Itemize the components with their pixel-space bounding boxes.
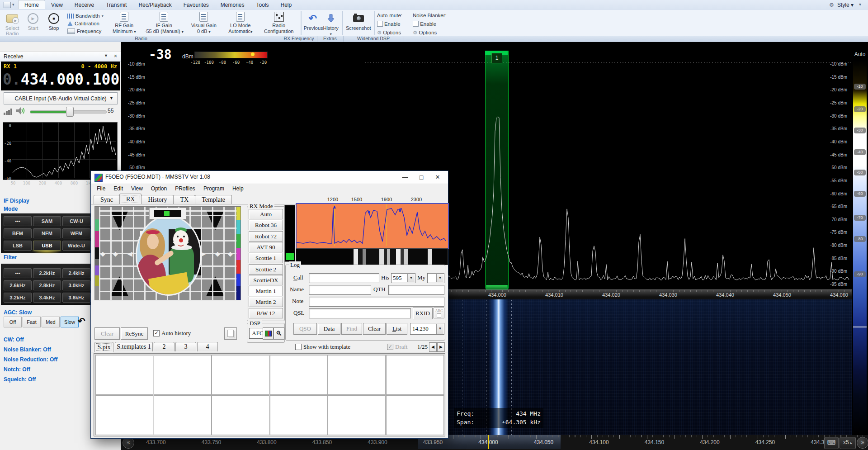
status-cw[interactable]: CW: Off: [4, 336, 24, 343]
auto-history-checkbox[interactable]: ✓: [153, 330, 160, 336]
my-combo[interactable]: ▼: [427, 273, 444, 283]
receive-panel-header[interactable]: Receive ▼ ×: [0, 52, 121, 62]
mode-button-[interactable]: •••: [4, 216, 32, 226]
palette-badge--20[interactable]: -20: [854, 106, 866, 112]
qth-field[interactable]: [388, 285, 444, 295]
palette-badge--50[interactable]: -50: [854, 170, 866, 175]
rx-mode-bw12[interactable]: B/W 12: [249, 308, 283, 318]
menu-profiles[interactable]: PRofiles: [171, 185, 199, 192]
log-button-find[interactable]: Find: [341, 323, 362, 335]
scroll-right-button[interactable]: »: [857, 437, 868, 449]
filter-button-30khz[interactable]: 3.0kHz: [62, 280, 90, 290]
waterfall-palette[interactable]: Auto -10-20-30-40-50-60-70-80-90: [852, 49, 868, 435]
audio-device-dropdown[interactable]: CABLE Input (VB-Audio Virtual Cable) ▼: [4, 92, 118, 104]
filter-button-[interactable]: •••: [4, 268, 32, 278]
if-gain-button[interactable]: IF Gain -55 dB (Manual) ▾: [143, 11, 185, 35]
note-field[interactable]: [309, 297, 444, 307]
log-button-qso[interactable]: QSO: [293, 323, 317, 335]
keyboard-entry-button[interactable]: ⌨: [824, 437, 839, 449]
bottom-tab-4[interactable]: 4: [197, 342, 218, 351]
status-squelch[interactable]: Squelch: Off: [4, 376, 36, 383]
rx-mode-scottiedx[interactable]: ScottieDX: [249, 275, 283, 285]
mode-button-wideu[interactable]: Wide-U: [62, 241, 90, 251]
menu-edit[interactable]: Edit: [109, 185, 127, 192]
filter-button-24khz[interactable]: 2.4kHz: [62, 268, 90, 278]
filter-button-36khz[interactable]: 3.6kHz: [62, 293, 90, 303]
show-with-template-checkbox[interactable]: [295, 344, 302, 350]
agc-button-slow[interactable]: Slow: [61, 317, 79, 327]
template-thumbnail[interactable]: [95, 355, 153, 395]
mmsstv-tab-template[interactable]: Template: [195, 195, 232, 204]
template-thumbnail[interactable]: [328, 395, 386, 435]
status-notch[interactable]: Notch: Off: [4, 366, 30, 373]
filter-button-22khz[interactable]: 2.2kHz: [33, 268, 61, 278]
magnifier-button[interactable]: 🔍︎: [274, 327, 284, 340]
log-freq-combo[interactable]: 14.230▼: [410, 323, 444, 335]
palette-badge--10[interactable]: -10: [854, 84, 866, 90]
history-button[interactable]: History ▾: [322, 11, 340, 37]
speaker-icon[interactable]: [15, 106, 26, 117]
gear-icon[interactable]: ⚙: [829, 2, 834, 8]
mmsstv-tab-sync[interactable]: Sync: [94, 195, 120, 204]
menu-view[interactable]: View: [127, 185, 147, 192]
palette-gradient[interactable]: [853, 61, 867, 435]
ribbon-tab-view[interactable]: View: [45, 0, 69, 9]
template-thumbnail[interactable]: [95, 395, 153, 435]
visual-gain-button[interactable]: Visual Gain 0 dB ▾: [186, 11, 222, 35]
palette-badge--90[interactable]: -90: [854, 271, 866, 277]
mmsstv-tab-history[interactable]: History: [141, 195, 174, 204]
palette-badge--60[interactable]: -60: [854, 191, 866, 197]
screenshot-button[interactable]: Screenshot: [345, 11, 372, 31]
bottom-tab-2[interactable]: 2: [154, 342, 175, 351]
filter-button-34khz[interactable]: 3.4kHz: [33, 293, 61, 303]
palette-badge--80[interactable]: -80: [854, 236, 866, 242]
rx-mode-auto[interactable]: Auto: [249, 209, 283, 219]
copy-pages-button[interactable]: [224, 327, 237, 340]
if-display-label[interactable]: IF Display: [4, 198, 29, 204]
status-noise-reduction[interactable]: Noise Reduction: Off: [4, 356, 57, 363]
rxid-button[interactable]: RXID: [413, 308, 433, 319]
volume-slider-handle[interactable]: [66, 107, 74, 117]
rf-gain-button[interactable]: RF Gain Minimum ▾: [107, 11, 142, 35]
mmsstv-window[interactable]: F5OEO (F5OEO.MDT) - MMSSTV Ver 1.08 — □ …: [90, 171, 448, 439]
rx-mode-robot72[interactable]: Robot 72: [249, 231, 283, 242]
draft-checkbox[interactable]: ✓: [387, 344, 393, 350]
filter-button-26khz[interactable]: 2.6kHz: [4, 280, 32, 290]
template-thumbnail[interactable]: [386, 395, 444, 435]
agc-button-fast[interactable]: Fast: [23, 317, 41, 327]
collapse-ribbon-icon[interactable]: ▾: [859, 2, 861, 7]
qsl-field[interactable]: [309, 308, 411, 318]
template-thumbnail[interactable]: [154, 395, 212, 435]
mmsstv-titlebar[interactable]: F5OEO (F5OEO.MDT) - MMSSTV Ver 1.08 — □ …: [91, 171, 448, 184]
mode-button-sam[interactable]: SAM: [33, 216, 61, 226]
filter-label[interactable]: Filter: [4, 254, 17, 261]
ribbon-tab-recplayback[interactable]: Rec/Playback: [132, 0, 177, 9]
bottom-tab-3[interactable]: 3: [175, 342, 196, 351]
rx-mode-martin2[interactable]: Martin 2: [249, 297, 283, 307]
name-field[interactable]: [309, 285, 371, 295]
menu-file[interactable]: File: [93, 185, 109, 192]
filter-button-28khz[interactable]: 2.8kHz: [33, 280, 61, 290]
app-menu-icon[interactable]: [4, 2, 11, 8]
frequency-digits[interactable]: 0.434.000.100: [3, 71, 118, 88]
image-clear-button[interactable]: Clear: [94, 327, 120, 340]
template-thumbnail[interactable]: [212, 355, 269, 395]
mode-label[interactable]: Mode: [4, 206, 18, 212]
rx-mode-scottie2[interactable]: Scottie 2: [249, 264, 283, 275]
ribbon-tab-home[interactable]: Home: [18, 0, 45, 9]
agc-button-med[interactable]: Med: [42, 317, 60, 327]
rx-mode-martin1[interactable]: Martin 1: [249, 286, 283, 296]
mmsstv-tab-tx[interactable]: TX: [173, 195, 195, 204]
palette-badge--70[interactable]: -70: [854, 215, 866, 221]
palette-badge--40[interactable]: -40: [854, 149, 866, 155]
page-prev-button[interactable]: ◀: [429, 342, 437, 352]
template-thumbnail[interactable]: [212, 395, 269, 435]
close-icon[interactable]: ×: [114, 53, 117, 59]
mode-button-cwu[interactable]: CW-U: [62, 216, 90, 226]
calibration-button[interactable]: Calibration: [67, 20, 104, 27]
ribbon-tab-help[interactable]: Help: [275, 0, 298, 9]
palette-marker-line[interactable]: [853, 327, 867, 327]
abc-button[interactable]: ABC: [434, 308, 444, 318]
his-combo[interactable]: 595▼: [391, 273, 415, 283]
auto-mute-enable-checkbox[interactable]: Enable: [377, 20, 402, 28]
